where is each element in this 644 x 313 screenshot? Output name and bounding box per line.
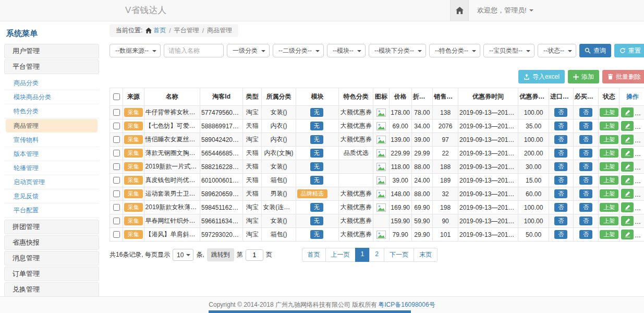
must-buy-toggle[interactable]: 否 [579,108,592,117]
pagination-button[interactable]: 末页 [414,248,438,262]
import-select-toggle[interactable]: 否 [554,108,567,117]
query-button[interactable]: 查询 [579,44,611,57]
filter-select[interactable]: --模块-- [327,44,366,57]
sidebar-subitem-link[interactable]: 特色分类 [4,104,99,118]
jump-page-input[interactable] [246,249,263,261]
status-badge[interactable]: 上架 [600,162,618,171]
filter-select[interactable]: --二级分类-- [273,44,324,57]
row-checkbox[interactable] [113,109,120,116]
edit-button[interactable] [621,162,634,172]
row-checkbox[interactable] [113,204,120,211]
sidebar-panel[interactable]: 消息管理 [4,251,99,266]
filter-select[interactable]: --宝贝类型-- [483,44,534,57]
edit-button[interactable] [621,216,634,226]
edit-button[interactable] [621,230,634,239]
pagination-button[interactable]: 1 [355,248,370,262]
home-button[interactable] [450,0,469,21]
filter-select[interactable]: --数据来源-- [110,44,161,57]
sidebar-panel[interactable]: 省惠快报 [4,235,99,250]
must-buy-toggle[interactable]: 否 [579,176,592,185]
row-checkbox[interactable] [113,163,120,170]
sidebar-subitem-link[interactable]: 轮播管理 [4,161,99,175]
product-name: 早春网红针织外套女春... [144,214,200,228]
sidebar-subitem-link[interactable]: 模块商品分类 [4,90,99,104]
filter-select[interactable]: --特色分类-- [429,44,480,57]
must-buy-toggle[interactable]: 否 [579,149,592,158]
edit-button[interactable] [621,135,634,145]
sidebar-panel[interactable]: 订单管理 [4,267,99,281]
status-badge[interactable]: 上架 [600,149,618,158]
select-all-checkbox[interactable] [113,93,120,100]
filter-select[interactable]: --模块下分类-- [369,44,426,57]
status-badge[interactable]: 上架 [600,230,618,239]
breadcrumb-home-link[interactable]: 首页 [145,26,166,35]
per-page-select[interactable]: 10 [173,249,193,261]
user-menu[interactable]: 欢迎您，管理员! [477,6,533,15]
reset-button[interactable]: 重置 [614,44,644,57]
import-select-toggle[interactable]: 否 [554,149,567,158]
name-search-input[interactable] [164,44,224,57]
sidebar-panel-users[interactable]: 用户管理 [4,44,99,58]
caret-down-icon [186,254,190,256]
row-checkbox[interactable] [113,150,120,156]
must-buy-toggle[interactable]: 否 [579,162,592,171]
edit-button[interactable] [621,148,634,158]
jump-button[interactable]: 跳转到 [207,248,234,261]
status-badge[interactable]: 上架 [600,135,618,144]
pagination-button[interactable]: 首页 [302,248,326,262]
must-buy-toggle[interactable]: 否 [579,216,592,225]
row-checkbox[interactable] [113,136,120,143]
pagination-button[interactable]: 上一页 [325,248,356,262]
import-select-toggle[interactable]: 否 [554,189,567,198]
must-buy-toggle[interactable]: 否 [579,135,592,144]
add-button[interactable]: 添加 [568,70,599,83]
import-select-toggle[interactable]: 否 [554,203,567,212]
row-checkbox[interactable] [113,218,120,224]
sales-count: 22 [433,147,458,160]
sidebar-panel[interactable]: 拼团管理 [4,220,99,234]
edit-button[interactable] [621,107,634,117]
status-badge[interactable]: 上架 [600,203,618,212]
must-buy-toggle[interactable]: 否 [579,230,592,239]
sidebar-subitem-link[interactable]: 启动页管理 [4,175,99,189]
sidebar-subitem-link[interactable]: 平台配置 [4,203,99,217]
must-buy-toggle[interactable]: 否 [579,189,592,198]
sidebar-subitem-link[interactable]: 商品管理 [6,119,98,133]
icp-link[interactable]: 粤ICP备16098006号 [378,300,435,309]
edit-button[interactable] [621,202,634,212]
edit-button[interactable] [621,121,634,131]
sidebar-panel[interactable]: 兑换管理 [4,282,99,297]
import-select-toggle[interactable]: 否 [554,216,567,225]
status-badge[interactable]: 上架 [600,122,618,130]
sidebar-subitem-link[interactable]: 版本管理 [4,147,99,161]
import-excel-button[interactable]: 导入excel [518,70,565,83]
edit-button[interactable] [621,175,634,185]
sidebar-subitem-link[interactable]: 意见反馈 [4,189,99,203]
sidebar-subitem-link[interactable]: 宣传物料 [4,133,99,147]
batch-delete-button[interactable]: 批量删除 [602,70,644,83]
import-select-toggle[interactable]: 否 [554,122,567,130]
pagination-button[interactable]: 下一页 [384,248,414,262]
row-checkbox[interactable] [113,231,120,238]
status-badge[interactable]: 上架 [600,176,618,185]
status-badge[interactable]: 上架 [600,189,618,198]
import-select-toggle[interactable]: 否 [554,162,567,171]
filter-select[interactable]: 一级分类 [227,44,270,57]
sidebar-panel-platform[interactable]: 平台管理 [4,59,99,74]
import-select-toggle[interactable]: 否 [554,135,567,144]
feature-category [339,174,373,187]
filter-select[interactable]: --状态-- [538,44,576,57]
row-checkbox[interactable] [113,177,120,184]
source-badge: 采集 [124,162,143,171]
import-select-toggle[interactable]: 否 [554,176,567,185]
row-checkbox[interactable] [113,123,120,129]
status-badge[interactable]: 上架 [600,216,618,225]
sidebar-subitem-link[interactable]: 商品分类 [4,76,99,90]
must-buy-toggle[interactable]: 否 [579,122,592,130]
status-badge[interactable]: 上架 [600,108,618,117]
row-checkbox[interactable] [113,190,120,197]
pagination-button[interactable]: 2 [369,248,384,262]
must-buy-toggle[interactable]: 否 [579,203,592,212]
import-select-toggle[interactable]: 否 [554,230,567,239]
edit-button[interactable] [621,189,634,199]
